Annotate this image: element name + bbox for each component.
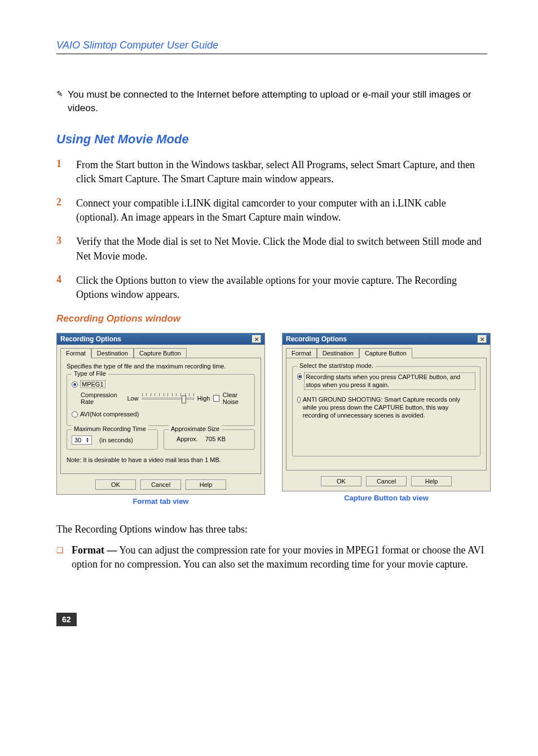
- page-number: 62: [56, 613, 77, 626]
- radio-toggle-mode[interactable]: [297, 373, 302, 380]
- slider-high-label: High: [197, 395, 210, 402]
- approx-size-group: Approximate Size Approx. 705 KB: [164, 429, 255, 450]
- recording-options-dialog-capture: Recording Options ✕ Format Destination C…: [282, 333, 491, 491]
- note-text: You must be connected to the Internet be…: [68, 88, 487, 115]
- radio-mpeg1[interactable]: [72, 381, 78, 388]
- bullet-text: Format — You can adjust the compression …: [72, 543, 487, 572]
- group-title: Type of File: [72, 370, 108, 377]
- header-divider: [56, 54, 487, 54]
- step-text: Connect your compatible i.LINK digital c…: [76, 196, 487, 225]
- note-line: Note: It is desirable to have a video ma…: [67, 456, 255, 463]
- close-icon[interactable]: ✕: [478, 335, 487, 343]
- tab-capture-button[interactable]: Capture Button: [359, 348, 412, 358]
- clear-noise-checkbox[interactable]: [213, 395, 219, 402]
- ok-button[interactable]: OK: [321, 476, 361, 486]
- figure-caption: Format tab view: [56, 497, 265, 506]
- seconds-unit: (in seconds): [99, 437, 133, 443]
- tab-strip: Format Destination Capture Button: [283, 345, 490, 358]
- group-title: Maximum Recording Time: [72, 425, 148, 432]
- step-number: 3: [56, 235, 76, 263]
- compression-rate-label: Compression Rate: [81, 392, 124, 405]
- dialog-title: Recording Options: [60, 335, 121, 343]
- approx-value: 705 KB: [205, 436, 226, 442]
- step-text: From the Start button in the Windows tas…: [76, 158, 487, 186]
- tab-destination[interactable]: Destination: [91, 348, 134, 358]
- group-title: Approximate Size: [169, 425, 222, 432]
- tab-panel-capture: Select the start/stop mode. Recording st…: [286, 358, 487, 471]
- panel-description: Specifies the type of file and the maxim…: [67, 363, 255, 370]
- radio-avi[interactable]: [72, 411, 78, 417]
- help-button[interactable]: Help: [186, 480, 226, 490]
- tab-format[interactable]: Format: [60, 348, 91, 358]
- dialog-titlebar[interactable]: Recording Options ✕: [57, 333, 264, 345]
- help-button[interactable]: Help: [411, 476, 452, 486]
- page-header: VAIO Slimtop Computer User Guide: [56, 39, 487, 51]
- section-title: Using Net Movie Mode: [56, 132, 487, 147]
- radio-toggle-label: Recording starts when you press CAPTURE …: [304, 372, 475, 390]
- step-number: 4: [56, 274, 76, 302]
- chevron-down-icon[interactable]: ▼: [86, 440, 89, 443]
- tab-destination[interactable]: Destination: [317, 348, 359, 358]
- close-icon[interactable]: ✕: [252, 335, 261, 343]
- step-text: Click the Options button to view the ava…: [76, 274, 487, 302]
- cancel-button[interactable]: Cancel: [140, 480, 181, 490]
- slider-low-label: Low: [127, 395, 138, 402]
- dialog-button-row: OK Cancel Help: [283, 474, 490, 491]
- dialog-title: Recording Options: [286, 335, 347, 343]
- step-text: Verify that the Mode dial is set to Net …: [76, 235, 487, 263]
- dialog-titlebar[interactable]: Recording Options ✕: [283, 333, 490, 345]
- dialog-button-row: OK Cancel Help: [57, 477, 264, 494]
- radio-avi-label: AVI(Not compressed): [80, 411, 139, 417]
- radio-hold-mode[interactable]: [297, 397, 301, 403]
- cancel-button[interactable]: Cancel: [366, 476, 407, 486]
- steps-list: 1From the Start button in the Windows ta…: [56, 158, 487, 302]
- step-number: 2: [56, 196, 76, 225]
- start-stop-group: Select the start/stop mode. Recording st…: [292, 366, 480, 456]
- compression-slider[interactable]: [142, 393, 194, 403]
- note-callout: ✎ You must be connected to the Internet …: [56, 88, 487, 115]
- tab-panel-format: Specifies the type of file and the maxim…: [60, 358, 261, 474]
- tab-format[interactable]: Format: [286, 348, 317, 358]
- radio-mpeg1-label: MPEG1: [80, 380, 105, 388]
- type-of-file-group: Type of File MPEG1 Compression Rate Low: [67, 374, 255, 426]
- body-paragraph: The Recording Options window has three t…: [56, 522, 487, 537]
- group-title: Select the start/stop mode.: [297, 362, 376, 369]
- max-recording-group: Maximum Recording Time 30 ▲▼ (in seconds…: [67, 429, 158, 450]
- approx-label: Approx.: [177, 436, 198, 442]
- square-bullet-icon: ❏: [56, 546, 64, 572]
- subsection-title: Recording Options window: [56, 313, 487, 324]
- tab-strip: Format Destination Capture Button: [57, 345, 264, 358]
- figure-caption: Capture Button tab view: [282, 494, 491, 502]
- tab-capture-button[interactable]: Capture Button: [134, 348, 187, 358]
- pencil-icon: ✎: [56, 89, 63, 99]
- max-seconds-spinner[interactable]: 30 ▲▼: [72, 436, 92, 445]
- step-number: 1: [56, 158, 76, 186]
- spinner-value: 30: [74, 437, 81, 443]
- ok-button[interactable]: OK: [95, 480, 136, 490]
- bullet-list: ❏ Format — You can adjust the compressio…: [56, 543, 487, 572]
- radio-hold-label: ANTI GROUND SHOOTING: Smart Capture reco…: [303, 395, 475, 420]
- recording-options-dialog-format: Recording Options ✕ Format Destination C…: [56, 333, 265, 495]
- clear-noise-label: Clear Noise: [223, 392, 250, 405]
